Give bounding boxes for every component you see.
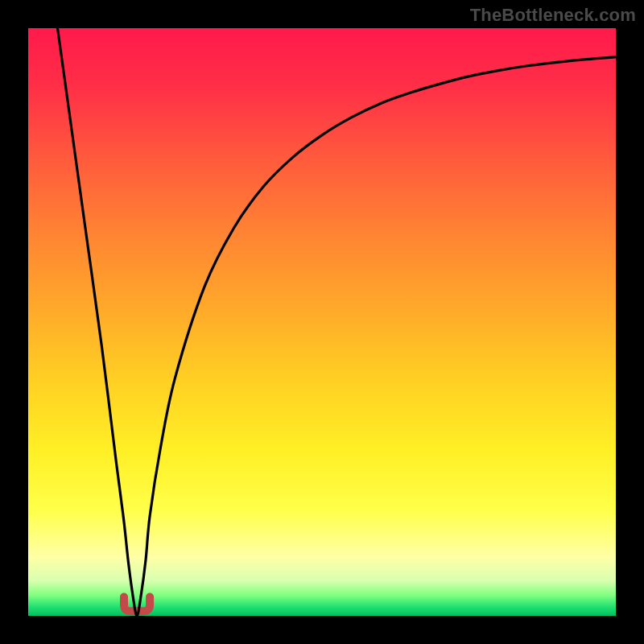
plot-area xyxy=(28,28,616,616)
bottleneck-curve xyxy=(28,28,616,616)
watermark-text: TheBottleneck.com xyxy=(470,5,636,26)
chart-frame: TheBottleneck.com xyxy=(0,0,644,644)
